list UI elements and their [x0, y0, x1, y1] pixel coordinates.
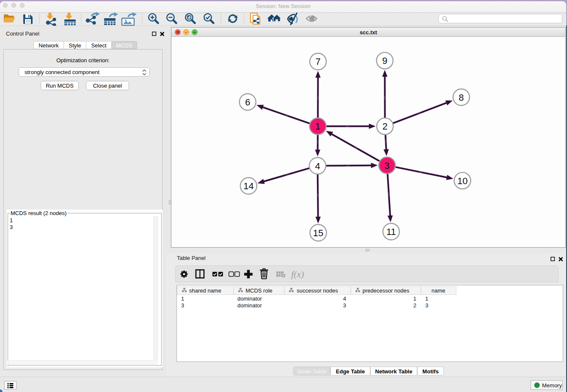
svg-text:3: 3: [181, 302, 184, 309]
svg-text:6: 6: [245, 97, 250, 108]
svg-text:predecessor nodes: predecessor nodes: [363, 287, 410, 294]
svg-text:1: 1: [425, 295, 428, 302]
svg-text:15: 15: [313, 228, 323, 238]
svg-text:9: 9: [382, 55, 387, 66]
svg-text:1: 1: [181, 295, 184, 302]
svg-text:10: 10: [457, 176, 468, 186]
svg-text:8: 8: [459, 92, 464, 103]
svg-text:3: 3: [425, 302, 428, 309]
svg-text:successor nodes: successor nodes: [297, 287, 338, 294]
svg-text:Memory: Memory: [542, 382, 562, 389]
svg-text:f(x): f(x): [291, 269, 304, 279]
svg-text:11: 11: [386, 226, 396, 237]
svg-text:1: 1: [413, 295, 416, 302]
svg-text:dominator: dominator: [237, 302, 262, 309]
svg-text:4: 4: [315, 161, 320, 171]
svg-text:shared name: shared name: [189, 287, 221, 294]
svg-text:3: 3: [343, 302, 346, 309]
svg-text:14: 14: [243, 181, 253, 191]
svg-text:1: 1: [315, 121, 320, 132]
svg-text:4: 4: [343, 295, 346, 302]
svg-text:2: 2: [413, 302, 416, 309]
svg-text:MCDS role: MCDS role: [245, 287, 272, 294]
svg-text:7: 7: [315, 56, 320, 67]
svg-text:2: 2: [383, 121, 388, 132]
svg-text:dominator: dominator: [237, 295, 262, 302]
svg-text:3: 3: [385, 160, 390, 171]
svg-text:name: name: [432, 287, 446, 294]
